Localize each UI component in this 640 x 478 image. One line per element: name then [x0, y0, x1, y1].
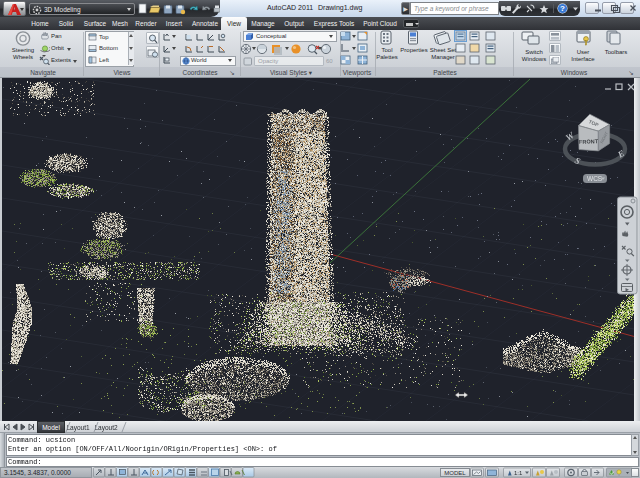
svg-text:1:1: 1:1 [514, 470, 523, 476]
svg-text:WCS: WCS [587, 175, 603, 182]
svg-text:FRONT: FRONT [579, 138, 599, 145]
svg-text:?: ? [560, 4, 565, 13]
